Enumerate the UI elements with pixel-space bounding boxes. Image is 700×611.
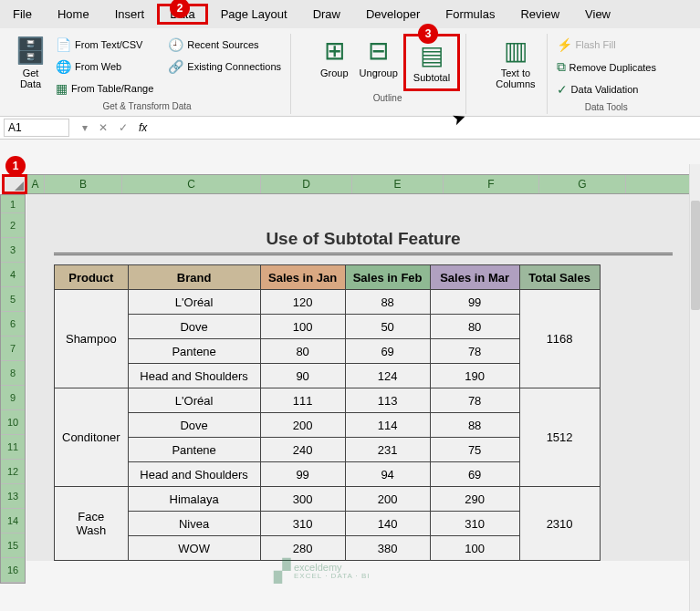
cell-feb[interactable]: 88	[345, 290, 430, 315]
table-row[interactable]: Head and Shoulders90124190	[55, 364, 601, 388]
cell-total[interactable]: 1168	[519, 290, 600, 388]
cell-mar[interactable]: 88	[430, 413, 519, 438]
from-table-button[interactable]: ▦From Table/Range	[52, 79, 157, 98]
row-header-4[interactable]: 4	[1, 263, 25, 287]
cell-name[interactable]: Dove	[128, 413, 260, 438]
cell-feb[interactable]: 124	[345, 364, 430, 388]
cell-feb[interactable]: 140	[345, 512, 430, 536]
row-header-10[interactable]: 10	[1, 410, 25, 435]
col-header-E[interactable]: E	[352, 175, 444, 193]
cell-mar[interactable]: 190	[430, 364, 519, 388]
header-total[interactable]: Total Sales	[519, 265, 600, 290]
row-header-6[interactable]: 6	[1, 312, 25, 337]
col-header-C[interactable]: C	[122, 175, 261, 193]
cell-feb[interactable]: 231	[345, 438, 430, 462]
header-mar[interactable]: Sales in Mar	[430, 265, 519, 290]
header-product[interactable]: Product	[55, 265, 129, 290]
cell-total[interactable]: 2310	[519, 487, 600, 561]
cell-mar[interactable]: 99	[430, 290, 519, 315]
cell-feb[interactable]: 380	[345, 536, 430, 561]
cell-feb[interactable]: 113	[345, 388, 430, 413]
flash-fill-button[interactable]: ⚡Flash Fill	[553, 36, 660, 54]
cell-feb[interactable]: 94	[345, 462, 430, 487]
cell-mar[interactable]: 75	[430, 438, 519, 462]
cell-mar[interactable]: 69	[430, 462, 519, 487]
cell-feb[interactable]: 200	[345, 487, 430, 512]
cell-name[interactable]: Head and Shoulders	[128, 364, 260, 388]
header-jan[interactable]: Sales in Jan	[260, 265, 345, 290]
cell-jan[interactable]: 90	[260, 364, 345, 388]
row-header-15[interactable]: 15	[1, 533, 25, 558]
col-header-F[interactable]: F	[444, 175, 539, 193]
cell-product[interactable]: Face Wash	[55, 487, 129, 561]
ungroup-button[interactable]: ⊟ Ungroup	[354, 34, 403, 82]
vertical-scrollbar[interactable]	[689, 164, 700, 611]
cell-name[interactable]: Nivea	[128, 512, 260, 536]
row-header-13[interactable]: 13	[1, 484, 25, 509]
cell-feb[interactable]: 114	[345, 413, 430, 438]
dropdown-icon[interactable]: ▾	[77, 121, 93, 134]
scrollbar-thumb[interactable]	[691, 201, 700, 310]
cell-jan[interactable]: 99	[260, 462, 345, 487]
cell-jan[interactable]: 111	[260, 388, 345, 413]
row-header-12[interactable]: 12	[1, 460, 25, 484]
name-box[interactable]	[4, 119, 69, 137]
cell-total[interactable]: 1512	[519, 388, 600, 487]
cell-jan[interactable]: 120	[260, 290, 345, 315]
table-row[interactable]: Nivea310140310	[55, 512, 601, 536]
from-text-csv-button[interactable]: 📄From Text/CSV	[52, 36, 157, 54]
table-row[interactable]: Head and Shoulders999469	[55, 462, 601, 487]
fx-icon[interactable]: fx	[133, 121, 152, 134]
cell-mar[interactable]: 100	[430, 536, 519, 561]
col-header-G[interactable]: G	[539, 175, 626, 193]
cell-name[interactable]: Head and Shoulders	[128, 462, 260, 487]
col-header-D[interactable]: D	[261, 175, 352, 193]
menu-developer[interactable]: Developer	[353, 4, 433, 25]
row-header-5[interactable]: 5	[1, 287, 25, 312]
header-brand[interactable]: Brand	[128, 265, 260, 290]
cell-product[interactable]: Shampoo	[55, 290, 129, 388]
menu-review[interactable]: Review	[507, 4, 572, 25]
cell-jan[interactable]: 100	[260, 315, 345, 339]
cell-name[interactable]: L'Oréal	[128, 290, 260, 315]
cell-mar[interactable]: 290	[430, 487, 519, 512]
cell-name[interactable]: Dove	[128, 315, 260, 339]
cell-mar[interactable]: 78	[430, 339, 519, 364]
existing-conn-button[interactable]: 🔗Existing Connections	[164, 57, 285, 76]
cell-feb[interactable]: 50	[345, 315, 430, 339]
select-all-button[interactable]	[2, 174, 27, 194]
table-row[interactable]: WOW280380100	[55, 536, 601, 561]
table-row[interactable]: Pantene806978	[55, 339, 601, 364]
cell-feb[interactable]: 69	[345, 339, 430, 364]
cell-jan[interactable]: 310	[260, 512, 345, 536]
cell-jan[interactable]: 300	[260, 487, 345, 512]
remove-duplicates-button[interactable]: ⧉Remove Duplicates	[553, 57, 660, 77]
cell-jan[interactable]: 80	[260, 339, 345, 364]
recent-sources-button[interactable]: 🕘Recent Sources	[164, 36, 285, 54]
menu-view[interactable]: View	[572, 4, 623, 25]
cell-name[interactable]: WOW	[128, 536, 260, 561]
table-row[interactable]: ConditonerL'Oréal111113781512	[55, 388, 601, 413]
menu-home[interactable]: Home	[45, 4, 102, 25]
menu-page-layout[interactable]: Page Layout	[208, 4, 300, 25]
check-icon[interactable]: ✓	[113, 121, 133, 134]
cancel-icon[interactable]: ✕	[93, 121, 113, 134]
menu-insert[interactable]: Insert	[102, 4, 158, 25]
cell-name[interactable]: Himalaya	[128, 487, 260, 512]
menu-file[interactable]: File	[0, 4, 45, 25]
row-header-2[interactable]: 2	[1, 213, 25, 238]
cell-jan[interactable]: 200	[260, 413, 345, 438]
menu-draw[interactable]: Draw	[300, 4, 353, 25]
row-header-9[interactable]: 9	[1, 386, 25, 410]
cell-name[interactable]: Pantene	[128, 438, 260, 462]
row-header-7[interactable]: 7	[1, 337, 25, 361]
cell-mar[interactable]: 310	[430, 512, 519, 536]
data-validation-button[interactable]: ✓Data Validation	[553, 80, 660, 98]
table-row[interactable]: ShampooL'Oréal12088991168	[55, 290, 601, 315]
row-header-11[interactable]: 11	[1, 435, 25, 460]
table-row[interactable]: Dove20011488	[55, 413, 601, 438]
row-header-14[interactable]: 14	[1, 509, 25, 533]
col-header-B[interactable]: B	[45, 175, 122, 193]
header-feb[interactable]: Sales in Feb	[345, 265, 430, 290]
cell-jan[interactable]: 240	[260, 438, 345, 462]
